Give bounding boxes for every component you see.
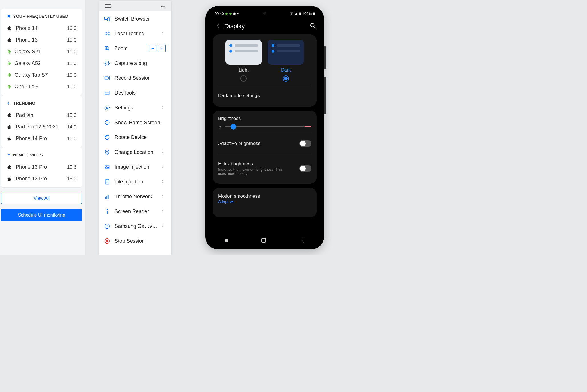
tool-label: Local Testing xyxy=(115,31,158,37)
tool-label: Change Location xyxy=(115,149,158,155)
device-version: 11.0 xyxy=(67,61,76,66)
theme-dark-option[interactable]: Dark xyxy=(268,40,304,82)
back-button[interactable]: 〈 xyxy=(213,22,220,30)
motion-smoothness-value: Adaptive xyxy=(218,199,260,204)
hamburger-icon[interactable] xyxy=(105,4,111,8)
back-nav-button[interactable]: 〈 xyxy=(299,237,304,244)
search-icon[interactable] xyxy=(310,23,316,30)
tool-record-session[interactable]: Record Session xyxy=(99,71,171,85)
svg-rect-7 xyxy=(105,77,108,79)
dot-icon: • xyxy=(237,11,239,16)
extra-brightness-toggle[interactable] xyxy=(299,165,311,172)
tool-screen-reader[interactable]: Screen Reader〉 xyxy=(99,204,171,219)
vpn-icon: ⚿ xyxy=(290,11,293,16)
tool-devtools[interactable]: DevTools xyxy=(99,85,171,100)
device-section: TRENDING iPad 9th 15.0 iPad Pro 12.9 202… xyxy=(1,95,82,147)
device-name: Galaxy S21 xyxy=(15,49,41,55)
extra-brightness-row[interactable]: Extra brightness Increase the maximum br… xyxy=(218,158,311,179)
tool-label: Capture a bug xyxy=(115,60,166,66)
tool-label: File Injection xyxy=(115,179,158,185)
home-button[interactable] xyxy=(261,238,266,243)
chevron-right-icon: 〉 xyxy=(162,194,166,199)
tool-capture-bug[interactable]: Capture a bug xyxy=(99,56,171,71)
collapse-panel-icon[interactable]: ↤ xyxy=(161,3,166,9)
tool-device-info[interactable]: Samsung Ga…v12.0〉 xyxy=(99,219,171,234)
device-row[interactable]: Galaxy Tab S7 10.0 xyxy=(7,69,76,81)
device-row[interactable]: Galaxy A52 11.0 xyxy=(7,58,76,69)
chevron-right-icon: 〉 xyxy=(162,164,166,170)
zoom-in-button[interactable]: + xyxy=(158,45,166,52)
adaptive-brightness-toggle[interactable] xyxy=(299,140,311,147)
chevron-right-icon: 〉 xyxy=(162,224,166,229)
svg-line-24 xyxy=(314,26,315,28)
dark-mode-settings-row[interactable]: Dark mode settings xyxy=(218,90,311,101)
rotate-icon xyxy=(104,134,111,141)
device-row[interactable]: iPad 9th 15.0 xyxy=(7,109,76,121)
svg-point-23 xyxy=(311,23,314,27)
tool-label: Samsung Ga…v12.0 xyxy=(115,223,158,229)
motion-smoothness-row[interactable]: Motion smoothness Adaptive xyxy=(218,193,311,204)
tool-label: Stop Session xyxy=(115,238,166,244)
battery-text: 100% xyxy=(302,11,312,16)
device-name: iPhone 14 xyxy=(15,25,38,31)
device-screen[interactable]: 09:40 ◆ ◆ ◉ • ⚿ ▲ ▮ 100% ▮ 〈 Display xyxy=(208,9,321,246)
chevron-right-icon: 〉 xyxy=(162,179,166,184)
theme-dark-label: Dark xyxy=(281,68,291,73)
extra-brightness-sub: Increase the maximum brightness. This us… xyxy=(218,167,286,176)
schedule-monitoring-button[interactable]: Schedule UI monitoring xyxy=(1,209,82,221)
android-icon: ◆ xyxy=(225,11,228,16)
tool-file-injection[interactable]: File Injection〉 xyxy=(99,174,171,189)
device-row[interactable]: iPhone 14 Pro 16.0 xyxy=(7,133,76,144)
battery-icon: ▮ xyxy=(313,11,315,16)
device-name: iPhone 13 Pro xyxy=(15,176,47,182)
theme-light-option[interactable]: Light xyxy=(225,40,262,82)
tool-label: Show Home Screen xyxy=(115,120,166,126)
tool-image-injection[interactable]: Image Injection〉 xyxy=(99,160,171,174)
device-version: 10.0 xyxy=(67,84,76,90)
device-row[interactable]: iPhone 13 Pro 15.0 xyxy=(7,173,76,185)
device-row[interactable]: iPhone 13 15.0 xyxy=(7,34,76,46)
device-row[interactable]: Galaxy S21 11.0 xyxy=(7,46,76,58)
svg-rect-1 xyxy=(108,18,110,21)
page-title: Display xyxy=(224,23,305,30)
extra-brightness-label: Extra brightness xyxy=(218,161,286,167)
svg-rect-22 xyxy=(106,240,108,242)
recents-button[interactable]: ≡ xyxy=(225,238,228,244)
adaptive-brightness-row[interactable]: Adaptive brightness xyxy=(218,137,311,150)
tool-stop[interactable]: Stop Session xyxy=(99,234,171,248)
device-frame: 09:40 ◆ ◆ ◉ • ⚿ ▲ ▮ 100% ▮ 〈 Display xyxy=(205,6,324,249)
device-name: iPad 9th xyxy=(15,112,33,118)
device-version: 15.0 xyxy=(67,176,76,182)
theme-dark-preview xyxy=(268,40,304,65)
tool-rotate[interactable]: Rotate Device xyxy=(99,130,171,145)
tool-local-testing[interactable]: Local Testing〉 xyxy=(99,26,171,41)
motion-smoothness-label: Motion smoothness xyxy=(218,193,260,199)
tool-zoom[interactable]: Zoom − + xyxy=(99,41,171,56)
device-row[interactable]: OnePlus 8 10.0 xyxy=(7,81,76,93)
device-version: 16.0 xyxy=(67,136,76,142)
tool-switch-browser[interactable]: Switch Browser xyxy=(99,11,171,26)
zoom-icon xyxy=(104,45,111,52)
view-all-button[interactable]: View All xyxy=(1,193,82,204)
tool-throttle[interactable]: Throttle Network〉 xyxy=(99,189,171,204)
svg-point-10 xyxy=(106,107,108,109)
tool-home-screen[interactable]: Show Home Screen xyxy=(99,115,171,130)
section-header: YOUR FREQUENTLY USED xyxy=(7,14,76,19)
svg-rect-15 xyxy=(106,196,107,199)
svg-point-17 xyxy=(107,209,108,210)
device-row[interactable]: iPhone 14 16.0 xyxy=(7,23,76,34)
brightness-slider[interactable]: ☼ xyxy=(218,124,311,129)
svg-line-3 xyxy=(108,49,109,50)
tool-settings[interactable]: Settings〉 xyxy=(99,100,171,115)
theme-light-preview xyxy=(225,40,262,65)
theme-light-radio[interactable] xyxy=(240,75,247,82)
tool-location[interactable]: Change Location〉 xyxy=(99,145,171,160)
status-time: 09:40 xyxy=(215,11,224,16)
device-row[interactable]: iPad Pro 12.9 2021 14.0 xyxy=(7,121,76,133)
device-row[interactable]: iPhone 13 Pro 15.6 xyxy=(7,161,76,173)
zoom-out-button[interactable]: − xyxy=(149,45,156,52)
shuffle-icon xyxy=(104,30,111,37)
theme-dark-radio[interactable] xyxy=(283,75,289,82)
chevron-right-icon: 〉 xyxy=(162,209,166,214)
svg-point-20 xyxy=(107,225,107,225)
